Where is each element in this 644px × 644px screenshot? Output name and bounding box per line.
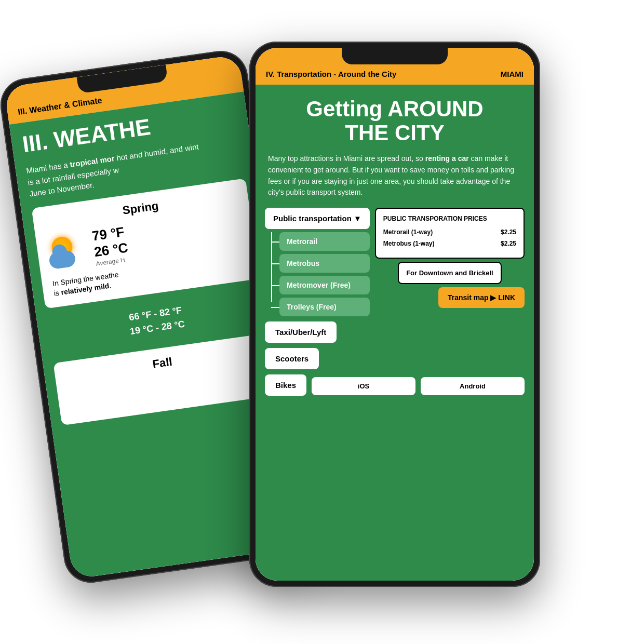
android-button[interactable]: Android — [421, 377, 525, 395]
metrobus-price-label: Metrobus (1-way) — [383, 240, 435, 247]
info-box: For Downtown and Brickell — [398, 262, 502, 284]
city-label: MIAMI — [501, 70, 524, 78]
metrorail-price-label: Metrorail (1-way) — [383, 229, 433, 236]
public-transport-dropdown[interactable]: Public transportation ▼ — [265, 208, 370, 229]
front-content: Getting AROUND THE CITY Many top attract… — [256, 85, 534, 581]
tropical-text: tropical mor — [69, 154, 115, 169]
public-transport-label: Public transportation ▼ — [273, 214, 361, 223]
metrobus-price-value: $2.25 — [501, 240, 516, 247]
sun-cloud-icon — [46, 234, 88, 270]
hero-title-line1: Getting AROUND — [306, 97, 483, 121]
hero-body: Many top attractions in Miami are spread… — [268, 153, 521, 198]
hero-title: Getting AROUND THE CITY — [268, 97, 521, 145]
metromover-item: Metromover (Free) — [279, 276, 370, 294]
metrorail-price-value: $2.25 — [501, 229, 516, 236]
mild-text: relatively mild — [61, 281, 110, 297]
spring-card: Spring 79 °F 26 °C Average H In — [32, 178, 260, 308]
taxi-row: Taxi/Uber/Lyft — [265, 321, 525, 343]
hero-section: Getting AROUND THE CITY Many top attract… — [256, 85, 534, 208]
bikes-button[interactable]: Bikes — [265, 374, 306, 396]
metrorail-item: Metrorail — [279, 232, 370, 251]
hero-title-line2: THE CITY — [345, 120, 444, 145]
cloud-icon — [48, 250, 76, 270]
price-row-metrobus: Metrobus (1-way) $2.25 — [383, 240, 516, 247]
prices-title: PUBLIC TRANSPORATION PRICES — [383, 215, 516, 223]
trolleys-item: Trolleys (Free) — [279, 298, 370, 316]
bold-phrase: renting a car — [425, 154, 469, 163]
notch-front — [342, 48, 448, 64]
transport-left: Public transportation ▼ Metrorail Metrob… — [265, 208, 370, 316]
public-transport-row: Public transportation ▼ Metrorail Metrob… — [265, 208, 525, 316]
scooters-button[interactable]: Scooters — [265, 348, 319, 369]
transport-section: Public transportation ▼ Metrorail Metrob… — [256, 208, 534, 581]
section-label: IV. Transportation - Around the City — [266, 70, 396, 78]
sub-items: Metrorail Metrobus Metromover (Free) — [279, 232, 370, 316]
app-buttons: iOS Android — [312, 377, 525, 395]
ios-button[interactable]: iOS — [312, 377, 415, 395]
phone-front: IV. Transportation - Around the City MIA… — [249, 42, 540, 587]
prices-box: PUBLIC TRANSPORATION PRICES Metrorail (1… — [375, 208, 525, 259]
right-col: PUBLIC TRANSPORATION PRICES Metrorail (1… — [375, 208, 525, 308]
transit-link-button[interactable]: Transit map ▶ LINK — [438, 287, 525, 308]
bikes-row: Bikes iOS Android — [265, 374, 525, 396]
taxi-button[interactable]: Taxi/Uber/Lyft — [265, 321, 337, 343]
scooters-row: Scooters — [265, 348, 525, 369]
price-row-metrorail: Metrorail (1-way) $2.25 — [383, 229, 516, 236]
scene: III. Weather & Climate III. WEATHE Miami… — [0, 0, 644, 644]
metrobus-item: Metrobus — [279, 254, 370, 273]
